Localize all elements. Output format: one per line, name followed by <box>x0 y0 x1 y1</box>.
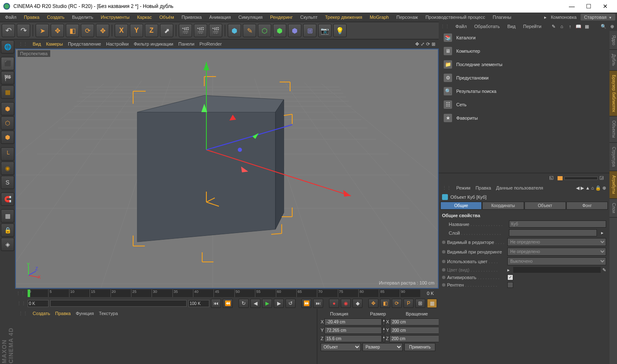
key-options-button[interactable]: ▦ <box>427 299 437 308</box>
dock-tab-core[interactable]: Ядро <box>609 31 617 50</box>
browser-item[interactable]: 📁Последние элементы <box>439 58 609 71</box>
goto-prev-key-button[interactable]: ⏪ <box>223 299 233 308</box>
goto-end-button[interactable]: ⏭ <box>313 299 323 308</box>
menu-select[interactable]: Выделить <box>69 13 97 21</box>
keyframe-sel-button[interactable]: ◆ <box>352 299 362 308</box>
menu-volume[interactable]: Объём <box>156 13 177 21</box>
vp-menu-display[interactable]: Представление <box>68 41 101 46</box>
attr-tab-coord[interactable]: Координаты <box>482 202 524 210</box>
browser-item[interactable]: 🖥Компьютер <box>439 44 609 58</box>
key-scale-button[interactable]: ◧ <box>380 299 390 308</box>
viewport-cube-object[interactable] <box>16 49 438 288</box>
om-menu-edit[interactable]: Обработать <box>473 23 501 30</box>
om-filter-icon[interactable]: ⊕ <box>609 23 615 30</box>
browser-zoom-slider[interactable] <box>564 177 598 180</box>
attr-up-icon[interactable]: ▲ <box>585 185 590 191</box>
attr-lock-icon[interactable]: 🔒 <box>595 185 601 191</box>
maximize-button[interactable]: ☐ <box>580 0 597 13</box>
om-home-icon[interactable]: ⌂ <box>558 23 565 30</box>
align-workplane-button[interactable]: ◈ <box>1 238 14 251</box>
menu-simulation[interactable]: Симуляция <box>235 13 266 21</box>
key-pla-button[interactable]: ⊞ <box>415 299 425 308</box>
play-button[interactable]: ▶ <box>262 299 272 308</box>
om-menu-file[interactable]: Файл <box>454 23 468 30</box>
coord-size-mode[interactable]: Размер <box>362 343 403 351</box>
attr-color-swatch[interactable] <box>513 267 601 273</box>
attr-menu-edit[interactable]: Правка <box>476 185 491 190</box>
dock-tab-objects[interactable]: Объекты <box>609 116 617 142</box>
vp-menu-options[interactable]: Настройки <box>106 41 129 46</box>
goto-start-button[interactable]: ⏮ <box>211 299 221 308</box>
play-forward-loop-button[interactable]: ↺ <box>285 299 296 308</box>
viewport-tweak-button[interactable]: S <box>1 176 14 189</box>
browser-item[interactable]: ★Фавориты <box>439 111 609 125</box>
attr-anim-dot[interactable] <box>442 276 445 279</box>
attr-anim-dot[interactable] <box>442 260 445 263</box>
om-edit-icon[interactable]: ✎ <box>550 23 557 30</box>
lock-workplane-button[interactable]: 🔒 <box>1 223 14 237</box>
menu-sculpt[interactable]: Скульпт <box>297 13 321 21</box>
workplane-mode-button[interactable]: ▦ <box>1 85 14 99</box>
vp-pan-icon[interactable]: ✥ <box>415 41 419 47</box>
dock-tab-structure[interactable]: Структура <box>609 143 617 171</box>
play-backward-button[interactable]: ↻ <box>239 299 249 308</box>
layout-dropdown[interactable]: Стартовая ▼ <box>581 14 615 21</box>
edge-mode-button[interactable]: ⬡ <box>1 116 14 130</box>
mat-menu-create[interactable]: Создать <box>33 311 50 316</box>
menu-plugins[interactable]: Плагины <box>489 13 515 21</box>
menu-file[interactable]: Файл <box>2 13 20 21</box>
om-menu-goto[interactable]: Перейти <box>522 23 543 30</box>
model-mode-button[interactable]: ⬛ <box>1 57 14 70</box>
step-forward-button[interactable]: ▶ <box>274 299 284 308</box>
attr-tab-phong[interactable]: Фонг <box>566 202 608 210</box>
attr-back-icon[interactable]: ◀ <box>576 185 579 191</box>
vp-rotate-icon[interactable]: ⟳ <box>426 41 430 47</box>
zoom-out-icon[interactable]: ◱ <box>549 175 556 182</box>
vp-zoom-icon[interactable]: ⤢ <box>421 41 424 47</box>
dock-tab-take[interactable]: Дубль <box>609 50 617 70</box>
polygon-mode-button[interactable]: ⬢ <box>1 131 14 144</box>
timeline[interactable]: ⋮⋮ 0 5 10 15 20 25 30 35 40 45 50 55 60 … <box>15 289 439 298</box>
spinner[interactable]: ▴ <box>383 318 385 326</box>
attr-xray-checkbox[interactable] <box>507 282 513 288</box>
menu-create[interactable]: Создать <box>44 13 68 21</box>
vp-maximize-icon[interactable]: ⊞ <box>432 41 435 47</box>
step-back-button[interactable]: ◀ <box>250 299 260 308</box>
timeline-start-input[interactable] <box>28 300 49 307</box>
menu-mesh[interactable]: Каркас <box>134 13 155 21</box>
timeline-end-input[interactable] <box>188 300 209 307</box>
key-pos-button[interactable]: ✥ <box>368 299 378 308</box>
key-param-button[interactable]: P <box>404 299 414 308</box>
vp-menu-panel[interactable]: Панели <box>178 41 194 46</box>
vp-menu-filter[interactable]: Фильтр индикации <box>134 41 173 46</box>
viewport-solo-button[interactable]: ◉ <box>1 161 14 175</box>
attr-activate-checkbox[interactable]: ✓ <box>507 274 513 280</box>
attr-name-input[interactable] <box>509 220 606 228</box>
attr-home-icon[interactable]: ⌂ <box>591 185 594 191</box>
vp-menu-view[interactable]: Вид <box>33 41 41 46</box>
spinner[interactable]: ▴ <box>383 326 385 334</box>
axis-mode-button[interactable]: └ <box>1 147 14 161</box>
coord-pos-input[interactable] <box>324 327 382 334</box>
texture-mode-button[interactable]: 🏁 <box>1 71 14 85</box>
attr-tab-object[interactable]: Объект <box>524 202 566 210</box>
goto-next-key-button[interactable]: ⏩ <box>301 299 311 308</box>
snap-button[interactable]: 🧲 <box>1 192 14 206</box>
om-category-icon[interactable]: ▦ <box>584 23 590 30</box>
color-picker-icon[interactable]: ✎ <box>602 267 606 273</box>
attr-tab-basic[interactable]: Общие <box>440 202 482 210</box>
timeline-ruler[interactable]: 0 5 10 15 20 25 30 35 40 45 50 55 60 65 … <box>28 290 420 297</box>
attr-fwd-icon[interactable]: ▶ <box>581 185 584 191</box>
menu-tracker[interactable]: Трекер движения <box>322 13 366 21</box>
coord-apply-button[interactable]: Применить <box>404 343 435 351</box>
point-mode-button[interactable]: ⬢ <box>1 102 14 115</box>
dock-tab-attributes[interactable]: Атрибуты <box>609 171 617 198</box>
coord-object-mode[interactable]: Объект <box>321 343 361 351</box>
attr-anim-dot[interactable] <box>442 250 445 254</box>
menu-edit[interactable]: Правка <box>21 13 43 21</box>
mat-menu-edit[interactable]: Правка <box>55 311 71 316</box>
browser-item[interactable]: 📚Каталоги <box>439 31 609 44</box>
browser-item[interactable]: ☷Сеть <box>439 98 609 111</box>
dock-tab-browser[interactable]: Браузер библиотек <box>609 71 617 117</box>
zoom-in-icon[interactable]: ◲ <box>599 175 606 182</box>
